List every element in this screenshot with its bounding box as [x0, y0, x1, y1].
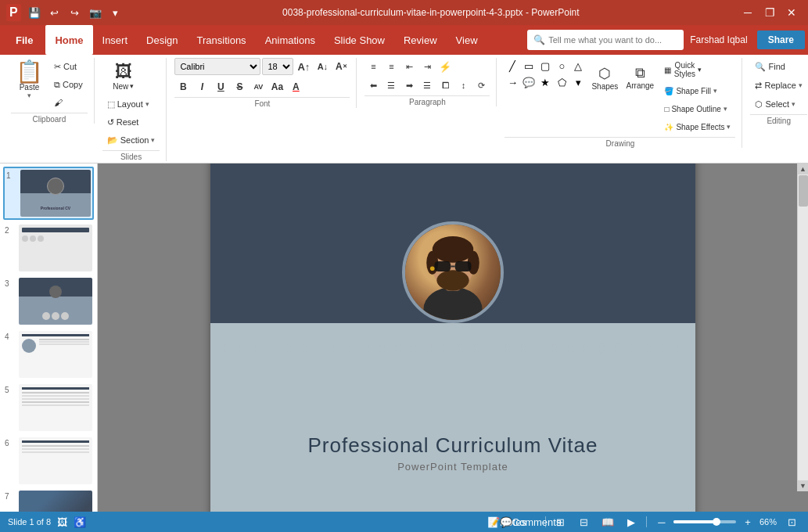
font-size-select[interactable]: 18	[262, 58, 293, 75]
menu-view[interactable]: View	[447, 25, 487, 55]
menu-bar: File Home Insert Design Transitions Anim…	[0, 25, 808, 55]
shape-star[interactable]: ★	[537, 74, 553, 90]
shape-pentagon[interactable]: ⬠	[554, 74, 569, 90]
slide-thumb-6[interactable]: 6	[3, 436, 94, 486]
smartart-btn[interactable]: ⚡	[436, 58, 454, 75]
share-button[interactable]: Share	[757, 31, 805, 49]
menu-animations[interactable]: Animations	[256, 25, 325, 55]
zoom-controls: ─ + 66%	[653, 515, 777, 529]
shape-effects-btn[interactable]: ✨ Shape Effects ▾	[659, 118, 735, 135]
shape-more[interactable]: ▾	[570, 74, 586, 90]
shape-line[interactable]: ╱	[505, 58, 520, 74]
slide-thumb-1[interactable]: 1 Professional CV	[3, 167, 94, 220]
slideshow-btn[interactable]: ▶	[623, 515, 640, 529]
zoom-minus-btn[interactable]: ─	[653, 515, 670, 529]
arrange-btn[interactable]: ⧉ Arrange	[623, 58, 656, 97]
slide-panel[interactable]: 1 Professional CV 2 3	[0, 164, 98, 512]
menu-file[interactable]: File	[3, 25, 45, 55]
cut-button[interactable]: ✂ Cut	[49, 58, 88, 75]
align-center-btn[interactable]: ☰	[382, 77, 400, 94]
font-size-increase-btn[interactable]: A↑	[295, 58, 312, 75]
slide-thumb-2[interactable]: 2	[3, 223, 94, 273]
section-icon: 📂	[107, 135, 118, 146]
shape-outline-btn[interactable]: □ Shape Outline ▾	[659, 100, 735, 117]
redo-quick-btn[interactable]: ↪	[66, 4, 84, 21]
comments-btn[interactable]: 💬 Comments	[522, 515, 539, 529]
scroll-up-btn[interactable]: ▲	[798, 164, 809, 174]
zoom-handle[interactable]	[713, 518, 720, 526]
shape-arrow[interactable]: →	[505, 74, 520, 90]
normal-view-btn[interactable]: ⊞	[552, 515, 569, 529]
replace-btn[interactable]: ⇄ Replace ▾	[750, 77, 806, 94]
increase-indent-btn[interactable]: ⇥	[418, 58, 436, 75]
zoom-slider[interactable]	[673, 520, 736, 523]
shape-fill-icon: 🪣	[664, 87, 673, 95]
menu-home[interactable]: Home	[45, 25, 92, 55]
save-quick-btn[interactable]: 💾	[26, 4, 43, 21]
menu-design[interactable]: Design	[137, 25, 187, 55]
font-name-select[interactable]: Calibri	[174, 58, 260, 75]
copy-button[interactable]: ⧉ Copy	[49, 76, 88, 93]
zoom-plus-btn[interactable]: +	[739, 515, 756, 529]
shapes-btn[interactable]: ⬡ Shapes	[589, 58, 620, 97]
window-controls: ─ ❐ ✕	[738, 5, 802, 20]
justify-btn[interactable]: ☰	[418, 77, 436, 94]
decrease-indent-btn[interactable]: ⇤	[400, 58, 418, 75]
menu-insert[interactable]: Insert	[93, 25, 138, 55]
line-spacing-btn[interactable]: ↕	[454, 77, 472, 94]
slide-canvas[interactable]: Professional Curriculum Vitae PowerPoint…	[210, 164, 695, 512]
strikethrough-btn[interactable]: S	[231, 78, 248, 95]
reset-button[interactable]: ↺ Reset	[102, 113, 160, 131]
select-btn[interactable]: ⬡ Select ▾	[750, 95, 806, 113]
minimize-btn[interactable]: ─	[738, 5, 758, 20]
shape-oval[interactable]: ○	[554, 58, 569, 74]
reading-view-btn[interactable]: 📖	[599, 515, 616, 529]
undo-quick-btn[interactable]: ↩	[46, 4, 63, 21]
font-size-decrease-btn[interactable]: A↓	[314, 58, 331, 75]
menu-slideshow[interactable]: Slide Show	[325, 25, 394, 55]
numbering-btn[interactable]: ≡	[382, 58, 400, 75]
shape-callout[interactable]: 💬	[521, 74, 537, 90]
bullets-btn[interactable]: ≡	[364, 58, 382, 75]
align-right-btn[interactable]: ➡	[400, 77, 418, 94]
new-slide-button[interactable]: 🖼 New▾	[102, 58, 145, 94]
shape-rect[interactable]: ▭	[521, 58, 537, 74]
scroll-down-btn[interactable]: ▼	[798, 480, 809, 491]
text-direction-btn[interactable]: ⟳	[472, 77, 490, 94]
format-painter-button[interactable]: 🖌	[49, 94, 88, 111]
shape-fill-btn[interactable]: 🪣 Shape Fill ▾	[659, 82, 735, 99]
tell-me-search[interactable]: 🔍	[527, 30, 684, 50]
align-left-btn[interactable]: ⬅	[364, 77, 382, 94]
slide-thumb-5[interactable]: 5	[3, 383, 94, 433]
menu-transitions[interactable]: Transitions	[188, 25, 256, 55]
slide-sorter-btn[interactable]: ⊟	[576, 515, 593, 529]
fit-window-btn[interactable]: ⊡	[783, 515, 800, 529]
screenshot-quick-btn[interactable]: 📷	[87, 4, 104, 21]
italic-btn[interactable]: I	[193, 78, 210, 95]
close-btn[interactable]: ✕	[781, 5, 802, 20]
bold-btn[interactable]: B	[174, 78, 192, 95]
restore-btn[interactable]: ❐	[760, 5, 780, 20]
clear-format-btn[interactable]: A✕	[332, 58, 350, 75]
quick-styles-btn[interactable]: ▦ Quick Styles ▾	[659, 58, 706, 81]
underline-btn[interactable]: U	[212, 78, 229, 95]
scroll-thumb[interactable]	[799, 175, 808, 207]
char-spacing-btn[interactable]: AV	[250, 78, 267, 95]
layout-button[interactable]: ⬚ Layout ▾	[102, 95, 160, 113]
ribbon-group-editing: 🔍 Find ⇄ Replace ▾ ⬡ Select ▾ Editing	[744, 58, 808, 125]
search-input[interactable]	[548, 35, 673, 45]
menu-review[interactable]: Review	[394, 25, 447, 55]
slide-thumb-3[interactable]: 3	[3, 276, 94, 326]
quick-access-dropdown[interactable]: ▾	[107, 4, 124, 21]
section-button[interactable]: 📂 Section ▾	[102, 131, 160, 149]
find-btn[interactable]: 🔍 Find	[750, 58, 806, 75]
change-case-btn[interactable]: Aa	[268, 78, 285, 95]
slide-thumb-7[interactable]: 7	[3, 489, 94, 512]
font-color-btn[interactable]: A	[287, 78, 304, 95]
paste-button[interactable]: 📋 Paste ▾	[11, 58, 48, 102]
shape-rounded-rect[interactable]: ▢	[537, 58, 553, 74]
shape-triangle[interactable]: △	[570, 58, 586, 74]
columns-btn[interactable]: ⧠	[436, 77, 454, 94]
slide-thumb-4[interactable]: 4	[3, 329, 94, 379]
vertical-scrollbar[interactable]: ▲ ▼	[797, 164, 808, 491]
